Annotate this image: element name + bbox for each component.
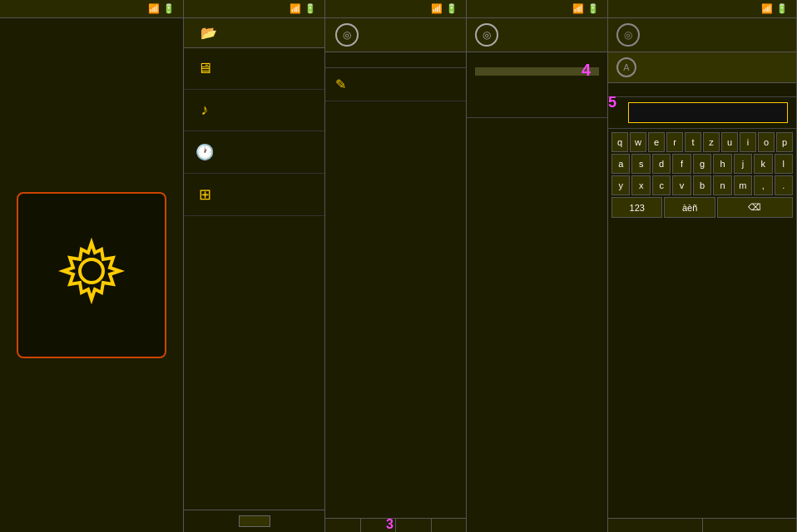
- key-e[interactable]: e: [648, 132, 665, 152]
- key-accent[interactable]: àèñ: [664, 197, 715, 218]
- signal-icon-prof: 📶: [431, 3, 443, 14]
- kb-prompt: [608, 83, 796, 97]
- kb-input-field[interactable]: [628, 102, 788, 123]
- statusbar-profiles: 📶 🔋: [325, 0, 466, 18]
- kb-app-title-bar: A: [608, 52, 796, 83]
- reset-button[interactable]: [239, 515, 270, 527]
- key-a[interactable]: a: [611, 154, 630, 174]
- profile-circle-icon: ◎: [335, 23, 359, 47]
- gear-icon: [58, 238, 125, 304]
- key-v[interactable]: v: [672, 175, 691, 195]
- panel-settings: 📶 🔋: [0, 0, 184, 532]
- key-c[interactable]: c: [652, 175, 671, 195]
- kb-header: ◎: [608, 18, 796, 52]
- key-s[interactable]: s: [631, 154, 650, 174]
- key-dot[interactable]: .: [775, 175, 793, 195]
- key-l[interactable]: l: [775, 154, 793, 174]
- key-z[interactable]: z: [703, 132, 720, 152]
- battery-icon: 🔋: [163, 3, 175, 14]
- battery-icon-prof: 🔋: [446, 3, 458, 14]
- key-d[interactable]: d: [652, 154, 671, 174]
- key-p[interactable]: p: [776, 132, 793, 152]
- actions-icon: ⊞: [196, 185, 214, 204]
- kb-ok-button[interactable]: [608, 519, 703, 532]
- statusbar-keyboard: 📶 🔋: [608, 0, 796, 18]
- signal-icon-menu: 📶: [290, 3, 301, 14]
- key-m[interactable]: m: [734, 175, 752, 195]
- kb-cancel-button[interactable]: [703, 519, 797, 532]
- signal-icon: 📶: [148, 3, 160, 14]
- kb-row-4: 123 àèñ ⌫: [611, 197, 793, 218]
- kb-circle-icon: ◎: [616, 23, 640, 47]
- menu-bottom-bar: [184, 510, 324, 532]
- key-n[interactable]: n: [713, 175, 731, 195]
- kb-app-icon: A: [616, 57, 636, 77]
- key-backspace[interactable]: ⌫: [717, 197, 793, 218]
- key-f[interactable]: f: [672, 154, 691, 174]
- file-btn-1[interactable]: [325, 519, 361, 532]
- application-section: [325, 52, 466, 68]
- key-x[interactable]: x: [631, 175, 650, 195]
- kb-row-2: a s d f g h j k l: [611, 154, 793, 174]
- kb-bottom-buttons: [608, 518, 796, 532]
- ok-btn-profiles[interactable]: [432, 519, 467, 532]
- panel-menu: 📶 🔋 📂 🖥 ♪ 🕐 ⊞: [184, 0, 325, 532]
- mycounter-circle-icon: ◎: [475, 23, 498, 47]
- statusbar-menu: 📶 🔋: [184, 0, 324, 18]
- menu-item-actions[interactable]: ⊞: [184, 174, 324, 216]
- key-123[interactable]: 123: [611, 197, 662, 218]
- key-i[interactable]: i: [740, 132, 756, 152]
- kb-input-row: 5: [608, 97, 796, 129]
- statusbar-settings: 📶 🔋: [0, 0, 183, 18]
- panel-keyboard: 📶 🔋 ◎ A 5 q w e r t z u i o p: [608, 0, 797, 532]
- panel-profiles: 📶 🔋 ◎ ✎ 3: [325, 0, 467, 532]
- signal-icon-prof2: 📶: [572, 3, 584, 14]
- file-btn-2[interactable]: [396, 519, 432, 532]
- select-header-mycounter: ◎: [467, 18, 607, 52]
- key-r[interactable]: r: [666, 132, 683, 152]
- settings-content: [0, 18, 183, 532]
- edit-profile-icon: ✎: [335, 76, 346, 92]
- menu-header: 📂: [184, 18, 324, 48]
- statusbar-profiles2: 📶 🔋: [467, 0, 607, 18]
- signal-icon-kb: 📶: [761, 3, 773, 14]
- step-4-badge: 4: [582, 61, 591, 80]
- profile-select-header: ◎: [325, 18, 466, 52]
- kb-row-3: y x c v b n m , .: [611, 175, 793, 195]
- profiles-bottom-buttons: 3: [325, 518, 466, 532]
- key-q[interactable]: q: [611, 132, 628, 152]
- key-o[interactable]: o: [758, 132, 775, 152]
- menu-item-clock[interactable]: 🕐: [184, 131, 324, 174]
- step-5-badge: 5: [608, 94, 616, 111]
- clock-icon: 🕐: [196, 143, 214, 161]
- key-k[interactable]: k: [754, 154, 772, 174]
- app-option-transect[interactable]: [475, 76, 599, 84]
- key-y[interactable]: y: [611, 175, 630, 195]
- battery-icon-menu: 🔋: [304, 3, 316, 14]
- key-t[interactable]: t: [685, 132, 701, 152]
- new-btn[interactable]: 3: [361, 519, 397, 532]
- battery-icon-prof2: 🔋: [587, 3, 599, 14]
- step-3-badge: 3: [386, 517, 394, 532]
- app-option-counter[interactable]: [475, 84, 599, 92]
- key-w[interactable]: w: [630, 132, 646, 152]
- menu-item-display[interactable]: 🖥: [184, 48, 324, 90]
- menu-item-audio[interactable]: ♪: [184, 90, 324, 131]
- app-dropdown-section: 4: [467, 52, 607, 118]
- menu-header-icon: 📂: [200, 25, 217, 41]
- settings-icon-box[interactable]: [17, 192, 166, 358]
- svg-point-0: [80, 259, 103, 283]
- key-j[interactable]: j: [734, 154, 752, 174]
- key-g[interactable]: g: [693, 154, 711, 174]
- display-icon: 🖥: [196, 60, 214, 77]
- panel-select-profile: 📶 🔋 ◎ 4: [467, 0, 608, 532]
- key-u[interactable]: u: [721, 132, 738, 152]
- app-option-explore[interactable]: [475, 67, 599, 76]
- battery-icon-kb: 🔋: [776, 3, 788, 14]
- app-option-passive[interactable]: [475, 92, 599, 101]
- key-b[interactable]: b: [693, 175, 711, 195]
- key-h[interactable]: h: [713, 154, 731, 174]
- key-comma[interactable]: ,: [754, 175, 772, 195]
- edit-profile-row[interactable]: ✎: [325, 68, 466, 101]
- app-option-custom[interactable]: [475, 101, 599, 109]
